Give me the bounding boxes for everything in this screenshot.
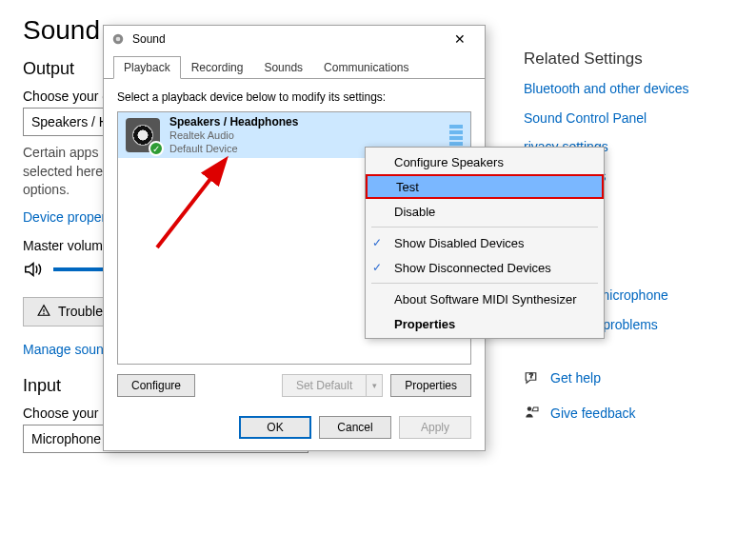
menu-item-test[interactable]: Test — [366, 174, 604, 199]
menu-item-show-disabled-devices[interactable]: ✓Show Disabled Devices — [366, 230, 604, 255]
menu-item-label: About Software MIDI Synthesizer — [394, 292, 576, 307]
related-heading: Related Settings — [524, 49, 743, 69]
svg-text:?: ? — [529, 372, 533, 379]
menu-item-configure-speakers[interactable]: Configure Speakers — [366, 149, 604, 174]
link-control-panel[interactable]: Sound Control Panel — [524, 106, 743, 131]
give-feedback-label: Give feedback — [550, 401, 636, 426]
feedback-icon — [524, 405, 541, 422]
menu-item-about-software-midi-synthesizer[interactable]: About Software MIDI Synthesizer — [366, 287, 604, 311]
give-feedback-link[interactable]: Give feedback — [524, 401, 743, 426]
menu-item-label: Configure Speakers — [394, 155, 504, 169]
get-help-link[interactable]: ? Get help — [524, 366, 743, 391]
cancel-button[interactable]: Cancel — [319, 416, 391, 439]
dialog-titlebar[interactable]: Sound ✕ — [104, 26, 485, 52]
speaker-icon — [23, 259, 44, 280]
warning-icon — [37, 304, 50, 320]
checkmark-icon: ✓ — [149, 141, 164, 156]
menu-item-show-disconnected-devices[interactable]: ✓Show Disconnected Devices — [366, 255, 604, 280]
set-default-label: Set Default — [282, 374, 366, 397]
link-bluetooth[interactable]: Bluetooth and other devices — [524, 76, 743, 102]
tab-communications[interactable]: Communications — [313, 56, 419, 79]
menu-separator — [371, 283, 598, 284]
device-driver: Realtek Audio — [169, 129, 298, 143]
chevron-down-icon: ▾ — [366, 374, 383, 397]
menu-item-label: Test — [396, 180, 419, 194]
dialog-instruction: Select a playback device below to modify… — [117, 90, 471, 104]
device-status: Default Device — [169, 143, 298, 156]
help-icon: ? — [524, 369, 541, 386]
output-device-value: Speakers / H — [31, 114, 109, 129]
configure-button[interactable]: Configure — [117, 374, 195, 397]
svg-point-0 — [44, 313, 45, 314]
get-help-label: Get help — [550, 366, 601, 391]
close-icon[interactable]: ✕ — [443, 28, 477, 50]
svg-point-2 — [527, 406, 532, 411]
dialog-tabs: Playback Recording Sounds Communications — [104, 52, 485, 79]
ok-button[interactable]: OK — [239, 416, 311, 439]
device-name: Speakers / Headphones — [169, 115, 298, 129]
menu-item-disable[interactable]: Disable — [366, 199, 604, 224]
menu-item-label: Properties — [394, 317, 455, 331]
menu-item-label: Show Disabled Devices — [394, 236, 525, 250]
checkmark-icon: ✓ — [372, 236, 382, 249]
dialog-speaker-icon — [111, 32, 125, 46]
dialog-title: Sound — [132, 32, 435, 46]
set-default-button: Set Default ▾ — [282, 374, 383, 397]
tab-playback[interactable]: Playback — [113, 56, 181, 79]
apply-button: Apply — [399, 416, 471, 439]
tab-sounds[interactable]: Sounds — [253, 56, 313, 79]
device-context-menu[interactable]: Configure SpeakersTestDisable✓Show Disab… — [365, 147, 605, 339]
svg-point-4 — [116, 37, 121, 42]
menu-item-label: Show Disconnected Devices — [394, 261, 551, 275]
checkmark-icon: ✓ — [372, 261, 382, 274]
menu-item-label: Disable — [394, 205, 435, 219]
device-icon: ✓ — [126, 118, 160, 152]
properties-button[interactable]: Properties — [390, 374, 471, 397]
tab-recording[interactable]: Recording — [181, 56, 254, 79]
menu-separator — [371, 227, 598, 228]
menu-item-properties[interactable]: Properties — [366, 311, 604, 336]
